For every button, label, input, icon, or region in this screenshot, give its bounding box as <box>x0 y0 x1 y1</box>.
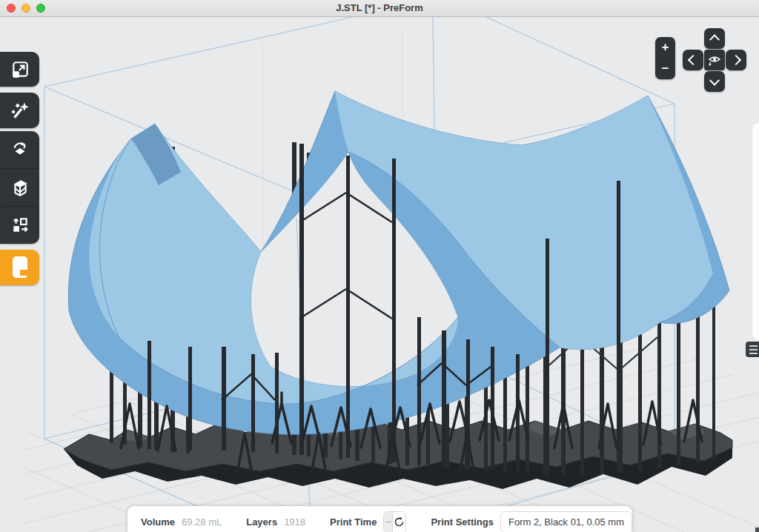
layers-value: 1918 <box>284 516 305 528</box>
magic-wand-icon <box>10 101 30 120</box>
pan-right-button[interactable] <box>726 50 746 70</box>
print-time-value: -- <box>384 512 393 532</box>
chevron-down-icon <box>709 76 720 86</box>
collapsed-side-panel <box>752 122 759 341</box>
preform-window: J.STL [*] - PreForm <box>0 0 759 532</box>
title-bar[interactable]: J.STL [*] - PreForm <box>0 0 759 17</box>
supports-tool-button[interactable] <box>0 169 39 206</box>
window-title: J.STL [*] - PreForm <box>0 0 759 16</box>
orient-tool-button[interactable] <box>0 131 39 168</box>
print-time-label: Print Time <box>330 516 377 528</box>
close-button[interactable] <box>7 4 16 13</box>
minimize-button[interactable] <box>21 4 30 13</box>
status-bar: Volume 69.28 mL Layers 1918 Print Time -… <box>127 506 632 532</box>
view-orientation-button[interactable] <box>704 50 725 70</box>
rotate-model-icon <box>10 140 30 159</box>
layers-label: Layers <box>246 516 277 528</box>
print-settings-selector[interactable]: Form 2, Black 01, 0.05 mm <box>500 511 632 532</box>
tool-group <box>0 131 39 244</box>
menu-button[interactable] <box>746 342 759 357</box>
chevron-up-icon <box>709 34 720 44</box>
volume-label: Volume <box>141 516 175 528</box>
layout-arrange-icon <box>10 216 30 235</box>
print-settings-label: Print Settings <box>431 516 494 528</box>
one-click-print-button[interactable] <box>0 93 39 128</box>
zoom-window-button[interactable] <box>36 4 45 13</box>
print-settings-value: Form 2, Black 01, 0.05 mm <box>508 516 624 528</box>
traffic-lights <box>7 0 45 16</box>
zoom-control: + − <box>655 37 675 79</box>
pan-down-button[interactable] <box>704 71 725 92</box>
calculate-print-time-button[interactable] <box>393 512 405 532</box>
layout-tool-button[interactable] <box>0 207 39 244</box>
pan-up-button[interactable] <box>704 28 725 49</box>
volume-value: 69.28 mL <box>182 516 222 528</box>
view-orientation-eye-icon <box>707 54 722 66</box>
size-tool-button[interactable] <box>0 52 39 87</box>
curved-arrow-model[interactable] <box>68 91 729 434</box>
chevron-left-icon <box>688 55 698 65</box>
scene-canvas <box>0 0 759 532</box>
print-button[interactable] <box>0 250 39 285</box>
printer-icon <box>11 256 29 279</box>
zoom-out-button[interactable]: − <box>655 59 675 80</box>
refresh-icon <box>393 516 405 528</box>
hamburger-menu-icon <box>749 345 758 347</box>
window-resize-grip[interactable] <box>755 528 759 532</box>
zoom-in-button[interactable]: + <box>655 37 675 59</box>
supports-scaffold-icon <box>10 178 30 197</box>
print-time-widget: -- <box>383 511 406 532</box>
pan-left-button[interactable] <box>683 50 703 70</box>
resize-model-icon <box>10 60 30 79</box>
chevron-right-icon <box>731 55 741 65</box>
